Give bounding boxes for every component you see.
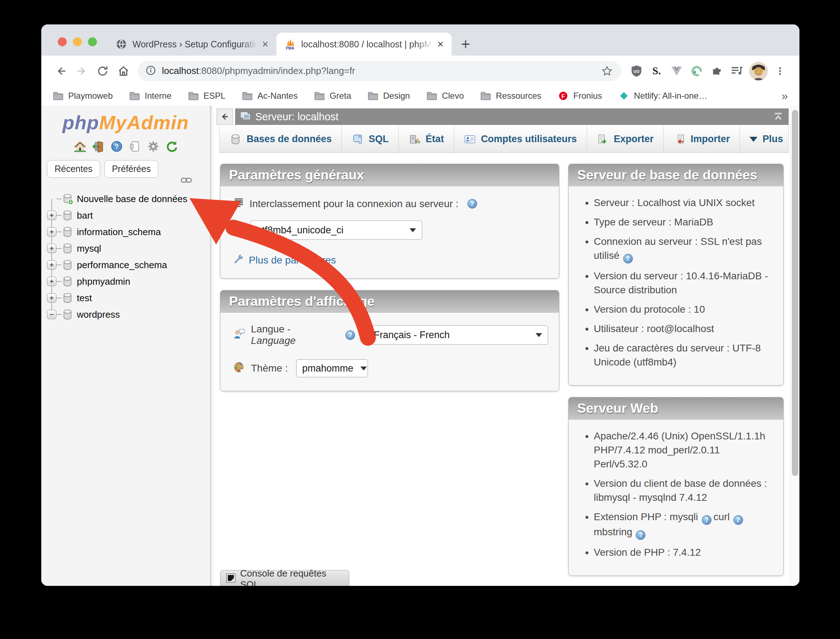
bookmark-item[interactable]: F Design: [368, 91, 410, 101]
bookmark-label: Clevo: [442, 91, 464, 101]
info-list-item: Jeu de caractères du serveur : UTF-8 Uni…: [594, 341, 773, 369]
more-settings-link[interactable]: Plus de paramètres: [233, 253, 548, 267]
tree-expander-toggle[interactable]: −: [47, 310, 56, 319]
playlist-extension-icon[interactable]: [727, 61, 747, 81]
database-name[interactable]: information_schema: [77, 227, 161, 238]
server-title: Serveur: localhost: [255, 111, 338, 123]
browser-menu-kebab-icon[interactable]: [770, 61, 790, 81]
help-icon[interactable]: ?: [702, 515, 711, 525]
tree-expander-toggle[interactable]: +: [47, 211, 56, 220]
help-icon[interactable]: ?: [623, 254, 633, 264]
bookmark-label: Playmoweb: [68, 91, 113, 101]
bookmark-label: Ac-Nantes: [257, 91, 298, 101]
home-icon[interactable]: [113, 61, 134, 81]
bookmark-item[interactable]: F Greta: [314, 91, 351, 101]
database-name[interactable]: bart: [77, 210, 93, 221]
tab-sql[interactable]: SQL: [342, 126, 399, 153]
minimize-window-button[interactable]: [73, 37, 82, 46]
help-icon[interactable]: ?: [734, 515, 743, 525]
database-icon: [62, 243, 73, 254]
info-list-item: Connexion au serveur : SSL n'est pas uti…: [594, 234, 773, 264]
help-icon[interactable]: ?: [636, 530, 645, 540]
sql-console-bar[interactable]: Console de requêtes SQL: [220, 570, 349, 586]
theme-select[interactable]: pmahomme: [296, 359, 368, 377]
database-name[interactable]: Nouvelle base de données: [77, 194, 187, 205]
bookmark-star-icon[interactable]: [597, 61, 617, 81]
close-tab-icon[interactable]: [435, 39, 446, 49]
tab-more[interactable]: Plus: [740, 126, 793, 153]
tree-expander-toggle[interactable]: +: [47, 227, 56, 237]
tree-expander-toggle[interactable]: +: [47, 244, 56, 253]
database-icon: [62, 226, 73, 238]
collation-label: Interclassement pour la connexion au ser…: [249, 198, 459, 210]
pma-logo[interactable]: phpMyAdmin: [41, 111, 210, 134]
database-icon: [62, 292, 73, 304]
database-name[interactable]: wordpress: [77, 309, 120, 320]
green-ring-extension-icon[interactable]: [687, 61, 707, 81]
tree-expander-toggle[interactable]: +: [47, 260, 56, 270]
ublock-extension-icon[interactable]: UO: [626, 61, 646, 81]
tab-user-accounts[interactable]: Comptes utilisateurs: [454, 126, 587, 153]
profile-avatar[interactable]: [749, 62, 768, 80]
nav-back-button[interactable]: [216, 108, 233, 125]
page-scrollbar-thumb[interactable]: [792, 110, 798, 476]
bookmark-item[interactable]: F Fronius: [558, 91, 602, 101]
database-tree-row: + information_schema: [45, 224, 210, 240]
bookmarks-overflow-chevron[interactable]: »: [781, 89, 788, 103]
info-list-item: Serveur : Localhost via UNIX socket: [594, 196, 773, 210]
tree-expander-toggle[interactable]: +: [47, 277, 56, 286]
database-server-panel: Serveur de base de données Serveur : Loc…: [568, 164, 784, 386]
new-tab-button[interactable]: [455, 33, 476, 56]
maximize-window-button[interactable]: [88, 37, 97, 46]
vue-devtools-extension-icon[interactable]: [667, 61, 687, 81]
settings-gear-icon[interactable]: [147, 140, 160, 153]
bookmark-icon: F: [480, 91, 491, 101]
bookmark-item[interactable]: F Ac-Nantes: [242, 91, 298, 101]
tree-expander-toggle[interactable]: +: [47, 293, 56, 303]
page-scrollbar-track[interactable]: [790, 105, 799, 586]
bookmark-item[interactable]: F Playmoweb: [53, 91, 113, 101]
forward-icon[interactable]: [71, 61, 92, 81]
database-name[interactable]: test: [77, 292, 92, 304]
back-icon[interactable]: [51, 61, 71, 81]
browser-tab-wordpress[interactable]: WordPress › Setup Configuration: [108, 33, 276, 56]
tab-databases[interactable]: Bases de données: [220, 126, 342, 153]
close-window-button[interactable]: [58, 37, 67, 46]
tree-connector-line: [56, 215, 62, 216]
bookmark-item[interactable]: F Clevo: [426, 91, 464, 101]
database-name[interactable]: phpmyadmin: [77, 276, 130, 287]
bookmark-icon: F: [558, 91, 568, 101]
bookmark-item[interactable]: F Netlify: All-in-one…: [619, 91, 707, 101]
tab-import[interactable]: Importer: [664, 126, 740, 153]
favorite-tables-button[interactable]: Préférées: [105, 160, 158, 178]
refresh-icon[interactable]: [165, 140, 178, 153]
address-bar[interactable]: localhost:8080/phpmyadmin/index.php?lang…: [138, 61, 621, 81]
language-select[interactable]: Français - French: [368, 325, 548, 345]
sidebar-resize-edge[interactable]: [210, 105, 214, 586]
extensions-puzzle-icon[interactable]: [707, 61, 727, 81]
status-chart-icon: [408, 133, 421, 145]
recent-tables-button[interactable]: Récentes: [47, 160, 100, 178]
database-name[interactable]: performance_schema: [77, 259, 167, 271]
reload-icon[interactable]: [92, 61, 113, 81]
browser-tab-phpmyadmin[interactable]: PMA localhost:8080 / localhost | phpMyAd…: [276, 33, 452, 56]
bookmark-item[interactable]: F Interne: [129, 91, 171, 101]
bookmark-item[interactable]: F Ressources: [480, 91, 541, 101]
documentation-icon[interactable]: [129, 140, 141, 153]
home-icon[interactable]: [74, 140, 87, 153]
tree-connector-line: [56, 314, 62, 315]
collation-select[interactable]: utf8mb4_unicode_ci: [251, 221, 422, 240]
help-icon[interactable]: ?: [467, 199, 477, 208]
help-icon[interactable]: ?: [345, 330, 355, 340]
collapse-top-icon[interactable]: [773, 111, 784, 122]
close-tab-icon[interactable]: [260, 39, 271, 49]
bookmark-item[interactable]: F ESPL: [188, 91, 225, 101]
help-icon[interactable]: ?: [110, 140, 123, 153]
database-name[interactable]: mysql: [77, 243, 101, 254]
tab-export[interactable]: Exporter: [587, 126, 664, 153]
stylus-extension-icon[interactable]: S.: [646, 61, 667, 81]
link-chain-icon[interactable]: [181, 176, 192, 185]
tab-status[interactable]: État: [399, 126, 454, 153]
logout-door-icon[interactable]: [92, 140, 105, 153]
site-info-icon[interactable]: [145, 65, 156, 77]
